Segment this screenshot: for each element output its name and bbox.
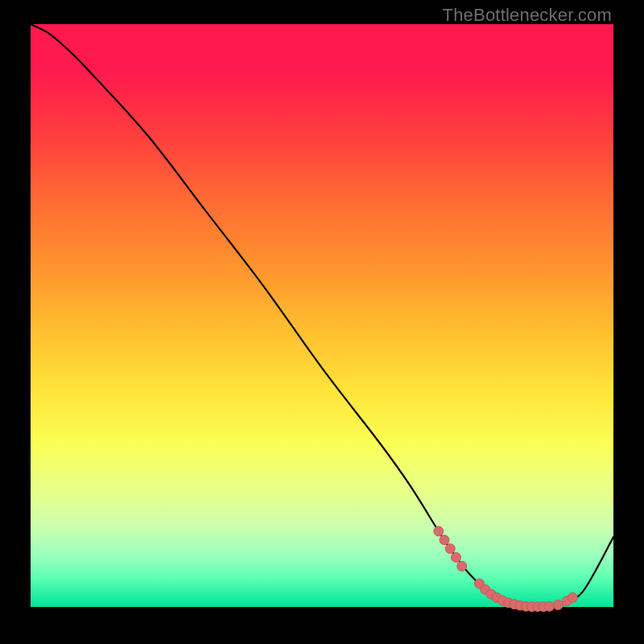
highlight-dot: [434, 526, 444, 536]
highlight-dot: [445, 544, 455, 554]
bottleneck-curve: [31, 24, 613, 607]
watermark-text: TheBottlenecker.com: [443, 5, 612, 26]
highlight-dot: [568, 592, 577, 602]
highlight-dot: [452, 552, 461, 562]
chart-svg: [31, 24, 613, 607]
highlight-dot: [440, 535, 449, 545]
plot-area: [31, 24, 613, 607]
highlight-dot: [457, 561, 467, 571]
highlight-dots: [434, 526, 578, 612]
highlight-dot: [544, 601, 554, 611]
highlight-dot: [553, 600, 563, 609]
chart-frame: TheBottlenecker.com: [0, 0, 644, 644]
